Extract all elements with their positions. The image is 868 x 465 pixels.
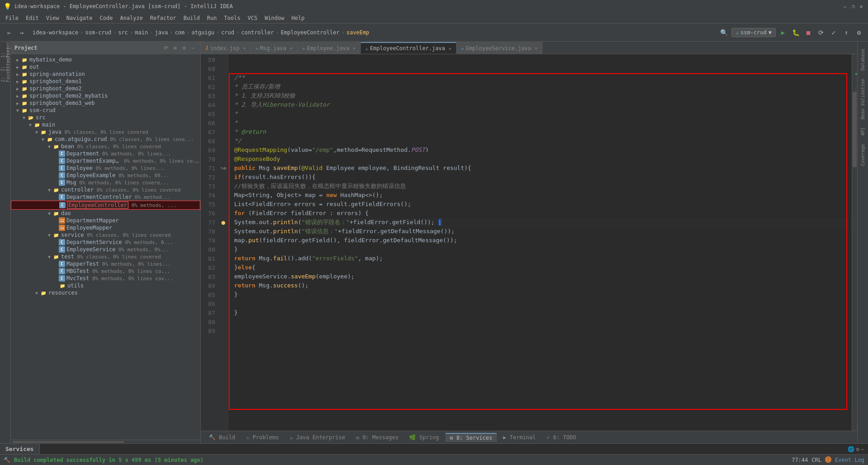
breadcrumb-crud[interactable]: crud xyxy=(221,29,234,36)
tree-item-msg[interactable]: C Msg 0% methods, 0% lines covere... xyxy=(11,179,200,186)
tree-item-dept-mapper[interactable]: 🗂 DepartmentMapper xyxy=(11,217,200,224)
gear-button[interactable]: ⚙ xyxy=(180,44,188,52)
tab-messages[interactable]: ✉ 0: Messages xyxy=(351,433,403,442)
git-push-button[interactable]: ↑ xyxy=(841,27,852,38)
tab-terminal[interactable]: ▶ Terminal xyxy=(499,433,540,442)
tab-spring[interactable]: 🌿 Spring xyxy=(405,433,443,442)
tree-item-dao[interactable]: ▼ 📁 dao xyxy=(11,210,200,217)
database-tool-button[interactable]: Database xyxy=(860,45,865,74)
tree-item-dept-example[interactable]: C DepartmentExample 0% methods, 0% lines… xyxy=(11,157,200,164)
menu-analyze[interactable]: Analyze xyxy=(116,14,146,22)
tab-close[interactable]: ✕ xyxy=(243,46,246,51)
tree-item-emp-service[interactable]: C EmployeeService 0% methods, 0%... xyxy=(11,246,200,253)
tree-item-ssm-crud[interactable]: ▼ 📁 ssm-crud xyxy=(11,107,200,114)
tree-item-java[interactable]: ▼ 📁 java 0% classes, 0% lines covered xyxy=(11,128,200,136)
tree-item-mbg-test[interactable]: C MBGTest 0% methods, 0% lines co... xyxy=(11,268,200,275)
services-globe-button[interactable]: 🌐 xyxy=(848,446,854,452)
minimize-button[interactable]: — xyxy=(842,3,848,9)
tab-close[interactable]: ✕ xyxy=(449,46,452,51)
api-tool-button[interactable]: API xyxy=(860,124,865,139)
menu-run[interactable]: Run xyxy=(203,14,221,22)
breadcrumb-workspace[interactable]: idea-workspace xyxy=(33,29,78,36)
breadcrumb-com[interactable]: com xyxy=(175,29,185,36)
tab-close[interactable]: ✕ xyxy=(353,46,356,51)
menu-build[interactable]: Build xyxy=(180,14,203,22)
tree-item-department[interactable]: C Department 0% methods, 0% lines... xyxy=(11,150,200,157)
tree-item-springboot1[interactable]: ▶ 📁 springboot_demo1 xyxy=(11,78,200,85)
tree-item-com-atguigu[interactable]: ▼ 📁 com.atguigu.crud 0% classes, 0% line… xyxy=(11,136,200,143)
services-minimize-button[interactable]: — xyxy=(861,446,864,452)
tree-item-mapper-test[interactable]: C MapperTest 0% methods, 0% lines... xyxy=(11,260,200,268)
tree-item-src[interactable]: ▼ 📂 src xyxy=(11,114,200,121)
minimize-panel-button[interactable]: — xyxy=(189,44,197,52)
tree-item-main[interactable]: ▼ 📁 main xyxy=(11,121,200,128)
menu-view[interactable]: View xyxy=(42,14,63,22)
menu-help[interactable]: Help xyxy=(288,14,308,22)
breadcrumb-main[interactable]: main xyxy=(135,29,148,36)
tab-problems[interactable]: ⚠ Problems xyxy=(241,433,283,442)
tree-item-out[interactable]: ▶ 📁 out xyxy=(11,63,200,70)
tab-employee-service-java[interactable]: ☕ EmployeeService.java ✕ xyxy=(457,42,542,54)
menu-code[interactable]: Code xyxy=(96,14,117,22)
code-editor[interactable]: /** * 员工保存/新增 * 1、支持JSR303校验 * 2、导入Hiber… xyxy=(229,54,852,431)
menu-refactor[interactable]: Refactor xyxy=(146,14,180,22)
editor-content[interactable]: 59 60 61 62 xyxy=(201,54,857,431)
tree-item-dept-service[interactable]: C DepartmentService 0% methods, 0... xyxy=(11,239,200,246)
tree-item-emp-mapper[interactable]: 🗂 EmployeeMapper xyxy=(11,224,200,231)
tab-close[interactable]: ✕ xyxy=(290,46,292,51)
scrollbar-thumb[interactable] xyxy=(853,92,857,167)
tree-item-springboot3[interactable]: ▶ 📁 springboot_demo3_web xyxy=(11,99,200,107)
cursor-position[interactable]: 77:44 xyxy=(792,457,808,463)
tree-item-controller-folder[interactable]: ▼ 📁 controller 0% classes, 0% lines cove… xyxy=(11,186,200,193)
tree-item-bean[interactable]: ▼ 📁 bean 0% classes, 0% lines covered xyxy=(11,143,200,150)
git-commit-button[interactable]: ✓ xyxy=(828,27,839,38)
breadcrumb-controller[interactable]: controller xyxy=(241,29,274,36)
stop-button[interactable]: ■ xyxy=(803,27,814,38)
breadcrumb-module[interactable]: ssm-crud xyxy=(85,29,111,36)
tree-item-spring-annotation[interactable]: ▶ 📁 spring-annotation xyxy=(11,70,200,78)
forward-button[interactable]: → xyxy=(16,27,27,38)
tree-item-mybatisx[interactable]: ▶ 📁 mybatisx_demo xyxy=(11,56,200,63)
tree-item-springboot2-mybatis[interactable]: ▶ 📁 springboot_demo2_mybatis xyxy=(11,92,200,99)
tree-item-employee-example[interactable]: C EmployeeExample 0% methods, 09... xyxy=(11,172,200,179)
sync-button[interactable]: ⟳ xyxy=(162,44,170,52)
tab-java-enterprise[interactable]: ☕ Java Enterprise xyxy=(285,433,350,442)
tab-msg-java[interactable]: ☕ Msg.java ✕ xyxy=(251,42,297,54)
tab-employee-controller-java[interactable]: ☕ EmployeeController.java ✕ xyxy=(361,42,457,54)
tree-item-mvc-test[interactable]: C MvcTest 0% methods, 0% lines cov... xyxy=(11,275,200,282)
breadcrumb-java[interactable]: java xyxy=(155,29,168,36)
menu-tools[interactable]: Tools xyxy=(221,14,244,22)
debug-button[interactable]: 🐛 xyxy=(790,27,801,38)
coverage-tool-button[interactable]: Coverage xyxy=(860,141,865,169)
search-everywhere-button[interactable]: 🔍 xyxy=(719,27,730,38)
tab-build[interactable]: 🔨 Build xyxy=(204,433,240,442)
tree-item-employee-controller[interactable]: C EmployeeController 0% methods, ... xyxy=(11,201,200,210)
tree-item-dept-controller[interactable]: C DepartmentController 0% method... xyxy=(11,193,200,201)
tree-item-resources[interactable]: ▼ 📁 resources xyxy=(11,289,200,296)
menu-file[interactable]: File xyxy=(2,14,22,22)
favorites-tool-button[interactable]: 2: Favorites xyxy=(0,65,10,75)
tab-todo[interactable]: ✓ 6: TODO xyxy=(542,433,580,442)
tab-index-jsp[interactable]: J index.jsp ✕ xyxy=(201,42,251,54)
tree-item-utils[interactable]: 📁 utils xyxy=(11,282,200,289)
project-panel-scrollbar[interactable] xyxy=(11,440,200,443)
services-gear-button[interactable]: ⚙ xyxy=(856,446,859,452)
event-log[interactable]: Event Log xyxy=(835,457,864,463)
tree-item-service-folder[interactable]: ▼ 📁 service 0% classes, 0% lines covered xyxy=(11,231,200,239)
tree-item-employee[interactable]: C Employee 0% methods, 0% lines... xyxy=(11,164,200,172)
collapse-all-button[interactable]: ≡ xyxy=(171,44,179,52)
run-configuration-selector[interactable]: ☕ ssm-crud ▼ xyxy=(731,28,776,37)
tab-close[interactable]: ✕ xyxy=(535,46,538,51)
menu-vcs[interactable]: VCS xyxy=(244,14,261,22)
tree-item-test-folder[interactable]: ▼ 📁 test 0% classes, 0% lines covered xyxy=(11,253,200,260)
line-ending[interactable]: CRL xyxy=(811,457,821,463)
vertical-scrollbar[interactable] xyxy=(852,54,857,431)
git-update-button[interactable]: ⟳ xyxy=(816,27,826,38)
breadcrumb-class[interactable]: EmployeeController xyxy=(281,29,340,36)
tree-item-springboot2[interactable]: ▶ 📁 springboot_demo2 xyxy=(11,85,200,92)
menu-navigate[interactable]: Navigate xyxy=(63,14,96,22)
tab-services[interactable]: ⚙ 8: Services xyxy=(445,433,497,442)
menu-edit[interactable]: Edit xyxy=(22,14,42,22)
bean-validation-tool-button[interactable]: Bean Validation xyxy=(860,75,865,123)
settings-button[interactable]: ⚙ xyxy=(854,27,864,38)
